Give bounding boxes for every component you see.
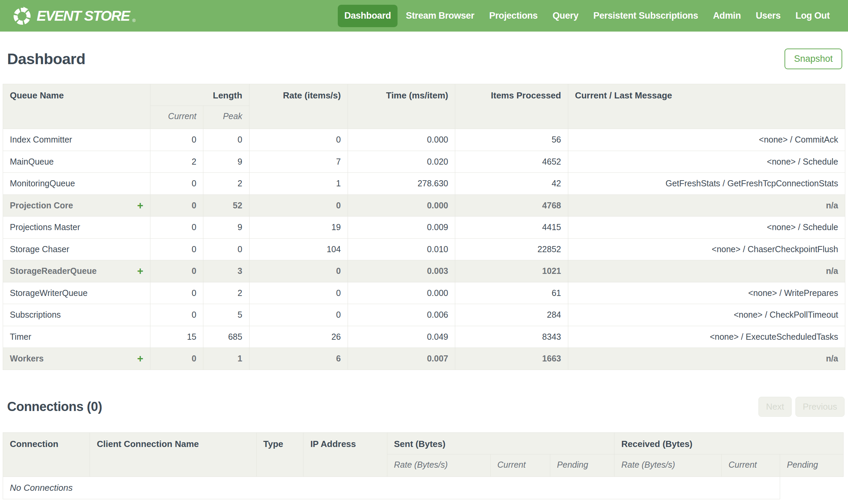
queue-name-cell: Storage Chaser <box>3 238 150 260</box>
navbar: EVENT STORE ® Dashboard Stream Browser P… <box>0 0 848 32</box>
no-connections-row: No Connections <box>3 476 844 499</box>
nav-item-stream-browser[interactable]: Stream Browser <box>400 5 481 27</box>
type-header: Type <box>256 432 304 476</box>
message-cell: n/a <box>568 195 845 217</box>
rate-cell: 104 <box>249 238 348 260</box>
message-cell: n/a <box>568 348 845 370</box>
sent-pending-header: Pending <box>550 454 614 476</box>
current-cell: 0 <box>150 129 203 151</box>
length-current-header: Current <box>150 106 203 129</box>
received-pending-header: Pending <box>780 454 844 476</box>
nav-item-admin[interactable]: Admin <box>706 5 747 27</box>
items-cell: 8343 <box>455 326 568 348</box>
connections-header: Connections (0) Next Previous <box>7 370 845 417</box>
nav-item-projections[interactable]: Projections <box>483 5 544 27</box>
message-cell: n/a <box>568 260 845 282</box>
message-cell: <none> / ExecuteScheduledTasks <box>568 326 845 348</box>
nav-item-query[interactable]: Query <box>546 5 585 27</box>
expand-icon[interactable]: + <box>137 266 143 276</box>
length-header: Length <box>150 84 250 106</box>
received-rate-header: Rate (Bytes/s) <box>614 454 722 476</box>
rate-cell: 0 <box>249 129 348 151</box>
time-cell: 0.000 <box>348 282 455 304</box>
time-cell: 0.020 <box>348 151 455 173</box>
message-cell: <none> / CommitAck <box>568 129 845 151</box>
current-cell: 0 <box>150 238 203 260</box>
brand-name: EVENT STORE <box>37 8 130 24</box>
queue-row-monitoring-queue: MonitoringQueue 0 2 1 278.630 42 GetFres… <box>3 173 845 195</box>
current-cell: 0 <box>150 348 203 370</box>
current-cell: 0 <box>150 304 203 326</box>
nav-item-log-out[interactable]: Log Out <box>789 5 836 27</box>
queues-table-header: Queue Name Length Rate (items/s) Time (m… <box>3 84 845 129</box>
items-cell: 56 <box>455 129 568 151</box>
nav-item-dashboard[interactable]: Dashboard <box>338 5 397 27</box>
time-cell: 0.009 <box>348 217 455 239</box>
queue-row-storage-chaser: Storage Chaser 0 0 104 0.010 22852 <none… <box>3 238 845 260</box>
received-bytes-header: Received (Bytes) <box>614 432 844 454</box>
rate-cell: 0 <box>249 195 348 217</box>
queue-name: Storage Chaser <box>10 245 69 254</box>
peak-cell: 1 <box>203 348 249 370</box>
connections-table-header: Connection Client Connection Name Type I… <box>3 432 844 476</box>
rate-cell: 0 <box>249 260 348 282</box>
queue-name: Projections Master <box>10 222 80 232</box>
nav-item-users[interactable]: Users <box>749 5 787 27</box>
peak-cell: 0 <box>203 238 249 260</box>
rate-cell: 6 <box>249 348 348 370</box>
items-cell: 61 <box>455 282 568 304</box>
registered-mark: ® <box>132 18 136 23</box>
message-cell: <none> / ChaserCheckpointFlush <box>568 238 845 260</box>
expand-icon[interactable]: + <box>137 353 143 364</box>
rate-cell: 19 <box>249 217 348 239</box>
message-cell: <none> / Schedule <box>568 217 845 239</box>
items-cell: 284 <box>455 304 568 326</box>
peak-cell: 5 <box>203 304 249 326</box>
queue-name: Index Committer <box>10 135 72 145</box>
rate-cell: 0 <box>249 282 348 304</box>
queue-name: Workers <box>10 354 44 363</box>
previous-button[interactable]: Previous <box>795 397 845 417</box>
time-cell: 0.010 <box>348 238 455 260</box>
current-cell: 0 <box>150 195 203 217</box>
items-cell: 4652 <box>455 151 568 173</box>
message-cell: GetFreshStats / GetFreshTcpConnectionSta… <box>568 173 845 195</box>
queue-row-index-committer: Index Committer 0 0 0 0.000 56 <none> / … <box>3 129 845 151</box>
time-cell: 0.000 <box>348 195 455 217</box>
time-cell: 278.630 <box>348 173 455 195</box>
connections-title: Connections (0) <box>7 399 102 414</box>
queue-name: MonitoringQueue <box>10 179 75 188</box>
message-header: Current / Last Message <box>568 84 845 129</box>
time-header: Time (ms/item) <box>348 84 455 129</box>
peak-cell: 52 <box>203 195 249 217</box>
peak-cell: 9 <box>203 151 249 173</box>
queue-name: StorageWriterQueue <box>10 288 88 298</box>
peak-cell: 3 <box>203 260 249 282</box>
queue-name-header: Queue Name <box>3 84 150 129</box>
peak-cell: 2 <box>203 282 249 304</box>
queue-name-cell: Timer <box>3 326 150 348</box>
connection-header: Connection <box>3 432 90 476</box>
queue-name-cell: Index Committer <box>3 129 150 151</box>
queue-name: Subscriptions <box>10 310 61 320</box>
sent-bytes-header: Sent (Bytes) <box>387 432 614 454</box>
time-cell: 0.003 <box>348 260 455 282</box>
peak-cell: 0 <box>203 129 249 151</box>
expand-icon[interactable]: + <box>137 200 143 211</box>
queue-name-cell: Projections Master <box>3 217 150 239</box>
peak-cell: 9 <box>203 217 249 239</box>
queue-name-cell: StorageReaderQueue+ <box>3 260 150 282</box>
queues-table: Queue Name Length Rate (items/s) Time (m… <box>3 84 845 370</box>
queue-name: Timer <box>10 332 31 342</box>
time-cell: 0.007 <box>348 348 455 370</box>
rate-header: Rate (items/s) <box>249 84 348 129</box>
rate-cell: 26 <box>249 326 348 348</box>
current-cell: 0 <box>150 260 203 282</box>
queue-name-cell: Projection Core+ <box>3 195 150 217</box>
queue-row-subscriptions: Subscriptions 0 5 0 0.006 284 <none> / C… <box>3 304 845 326</box>
nav-item-persistent-subscriptions[interactable]: Persistent Subscriptions <box>587 5 704 27</box>
client-connection-name-header: Client Connection Name <box>90 432 256 476</box>
next-button[interactable]: Next <box>758 397 791 417</box>
snapshot-button[interactable]: Snapshot <box>784 49 842 69</box>
brand[interactable]: EVENT STORE ® <box>12 6 136 26</box>
